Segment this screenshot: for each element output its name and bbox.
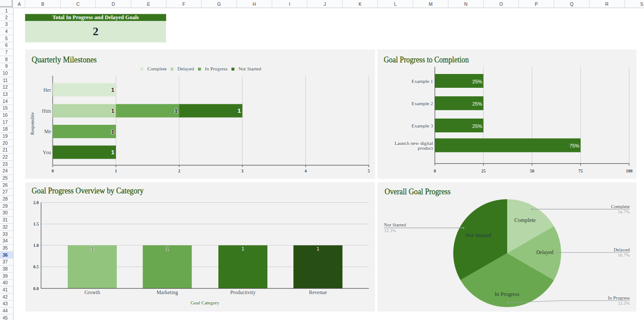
svg-text:28: 28 xyxy=(3,197,8,201)
svg-text:G: G xyxy=(217,2,221,7)
svg-text:0.0: 0.0 xyxy=(33,286,39,291)
svg-text:9: 9 xyxy=(5,64,8,69)
svg-text:O: O xyxy=(499,2,503,7)
svg-text:L: L xyxy=(394,2,397,7)
svg-text:1: 1 xyxy=(5,8,8,13)
svg-text:4: 4 xyxy=(304,168,307,173)
svg-text:Not Started: Not Started xyxy=(384,222,406,227)
svg-text:45: 45 xyxy=(3,316,8,320)
svg-text:25%: 25% xyxy=(472,79,482,84)
svg-text:Complete: Complete xyxy=(514,217,536,223)
svg-text:Delayed: Delayed xyxy=(536,249,554,255)
svg-text:B: B xyxy=(41,2,44,7)
svg-text:32: 32 xyxy=(3,225,8,230)
svg-text:25: 25 xyxy=(481,168,486,173)
svg-text:16.7%: 16.7% xyxy=(618,253,630,258)
svg-text:33.3%: 33.3% xyxy=(384,228,396,233)
svg-text:You: You xyxy=(43,150,51,155)
svg-text:0.5: 0.5 xyxy=(33,264,39,269)
svg-text:75: 75 xyxy=(578,168,583,173)
svg-text:M: M xyxy=(429,2,433,7)
svg-text:50: 50 xyxy=(530,168,534,173)
svg-text:N: N xyxy=(464,2,468,7)
svg-text:5: 5 xyxy=(368,168,370,173)
svg-text:Total In Progress and Delayed: Total In Progress and Delayed Goals xyxy=(53,14,139,21)
svg-text:8: 8 xyxy=(5,57,8,62)
svg-text:22: 22 xyxy=(3,155,8,160)
svg-text:16.7%: 16.7% xyxy=(618,209,630,214)
svg-text:Complete: Complete xyxy=(611,204,630,209)
svg-text:Revenue: Revenue xyxy=(309,290,327,295)
svg-text:1: 1 xyxy=(111,86,115,93)
svg-text:Productivity: Productivity xyxy=(230,290,256,295)
svg-text:P: P xyxy=(535,2,538,7)
svg-text:Goal Progress to Completion: Goal Progress to Completion xyxy=(384,55,469,64)
svg-text:75%: 75% xyxy=(570,143,579,148)
svg-text:2: 2 xyxy=(178,168,180,173)
svg-text:100: 100 xyxy=(626,168,632,173)
svg-text:1: 1 xyxy=(316,246,319,251)
svg-text:In Progress: In Progress xyxy=(608,295,630,300)
svg-text:In Progress: In Progress xyxy=(205,66,228,71)
svg-text:14: 14 xyxy=(3,99,8,104)
svg-text:38: 38 xyxy=(3,267,8,271)
svg-text:Growth: Growth xyxy=(84,290,100,295)
svg-text:Q: Q xyxy=(570,2,574,7)
svg-text:In Progress: In Progress xyxy=(495,291,520,297)
svg-text:Quarterly Milestones: Quarterly Milestones xyxy=(32,55,97,64)
svg-text:20: 20 xyxy=(3,141,8,146)
svg-text:3: 3 xyxy=(5,22,8,27)
svg-text:S: S xyxy=(640,2,644,7)
svg-text:2: 2 xyxy=(93,25,98,38)
svg-text:Marketing: Marketing xyxy=(156,290,178,295)
svg-text:30: 30 xyxy=(3,210,8,215)
svg-text:12: 12 xyxy=(3,85,8,90)
svg-text:Goal Progress Overview by Cate: Goal Progress Overview by Category xyxy=(32,186,144,195)
svg-text:Launch new digital: Launch new digital xyxy=(394,140,433,146)
svg-text:10: 10 xyxy=(3,71,8,76)
svg-text:1.0: 1.0 xyxy=(33,243,39,248)
svg-text:1.5: 1.5 xyxy=(33,222,39,226)
svg-text:Example 2: Example 2 xyxy=(411,101,433,106)
svg-text:1: 1 xyxy=(174,107,178,114)
svg-text:19: 19 xyxy=(3,134,8,139)
svg-text:1: 1 xyxy=(111,128,115,135)
svg-text:Not Started: Not Started xyxy=(465,232,492,238)
svg-text:34: 34 xyxy=(3,238,8,243)
svg-text:5: 5 xyxy=(5,36,8,41)
svg-text:13: 13 xyxy=(3,92,8,97)
svg-text:42: 42 xyxy=(3,295,8,299)
svg-text:33.3%: 33.3% xyxy=(618,301,630,306)
svg-text:6: 6 xyxy=(5,43,8,48)
svg-text:Complete: Complete xyxy=(148,66,167,71)
svg-text:18: 18 xyxy=(3,127,8,131)
svg-text:40: 40 xyxy=(3,280,8,285)
svg-text:A: A xyxy=(18,2,21,7)
svg-text:Her: Her xyxy=(43,87,51,93)
svg-text:4: 4 xyxy=(5,29,8,34)
svg-text:21: 21 xyxy=(3,148,8,152)
svg-text:31: 31 xyxy=(3,217,8,222)
svg-text:26: 26 xyxy=(3,183,8,188)
svg-text:33: 33 xyxy=(3,232,8,237)
svg-text:7: 7 xyxy=(5,50,8,55)
svg-text:Me: Me xyxy=(44,129,51,134)
svg-text:Delayed: Delayed xyxy=(614,247,630,252)
svg-text:2: 2 xyxy=(5,15,8,20)
svg-text:29: 29 xyxy=(3,204,8,209)
svg-text:24: 24 xyxy=(3,168,8,173)
svg-text:25%: 25% xyxy=(472,101,482,107)
svg-text:16: 16 xyxy=(3,113,8,118)
svg-text:Him: Him xyxy=(42,108,51,114)
svg-text:15: 15 xyxy=(3,106,8,111)
svg-text:44: 44 xyxy=(3,308,8,313)
svg-text:37: 37 xyxy=(3,259,8,264)
svg-text:25%: 25% xyxy=(472,123,482,129)
svg-text:J: J xyxy=(324,2,326,7)
svg-text:E: E xyxy=(147,2,150,7)
svg-text:F: F xyxy=(182,2,185,7)
svg-text:27: 27 xyxy=(3,189,8,194)
svg-text:41: 41 xyxy=(3,287,8,292)
svg-text:D: D xyxy=(111,2,115,7)
svg-text:1: 1 xyxy=(166,246,168,251)
